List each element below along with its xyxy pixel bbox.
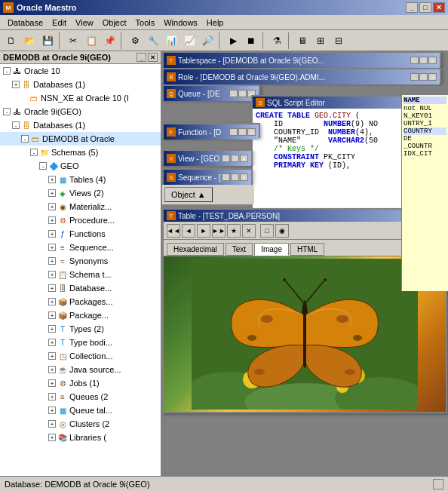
tree-node-pkgbodies[interactable]: + 📦 Package... — [0, 308, 161, 322]
nav-extra1[interactable]: □ — [260, 224, 274, 238]
tb-btn5[interactable]: 📊 — [163, 32, 180, 49]
menu-edit[interactable]: Edit — [48, 17, 71, 29]
func-min-btn[interactable]: _ — [229, 128, 238, 136]
view-max-btn[interactable]: □ — [231, 155, 239, 162]
tb-filter-btn[interactable]: ⚗ — [268, 32, 285, 49]
tree-node-typebodies[interactable]: + T Type bodi... — [0, 336, 161, 349]
expand-java[interactable]: + — [48, 366, 56, 373]
expand-materializ[interactable]: + — [48, 203, 56, 210]
tree-node-demodb[interactable]: - 🗃 DEMODB at Oracle — [0, 132, 161, 146]
tree-node-collections[interactable]: + ◳ Collection... — [0, 349, 161, 363]
expand-geo[interactable]: - — [39, 162, 47, 170]
nav-delete[interactable]: ✕ — [242, 224, 256, 238]
tree-node-packages[interactable]: + 📦 Packages... — [0, 295, 161, 308]
tree-node-oracle9[interactable]: - 🖧 Oracle 9i(GEO) — [0, 105, 161, 118]
tb-btn12[interactable]: ⊟ — [330, 32, 347, 49]
tree-node-views[interactable]: + ◈ Views (2) — [0, 186, 161, 200]
panel-minimize[interactable]: _ — [137, 53, 146, 62]
tree-node-db2[interactable]: - 🗄 Databases (1) — [0, 118, 161, 132]
tree-node-nsn[interactable]: 🗃 NSN_XE at Oracle 10 (I — [0, 91, 161, 105]
nav-star[interactable]: ★ — [227, 224, 241, 238]
expand-db2[interactable]: - — [12, 121, 20, 129]
tree-node-sequences[interactable]: + ≡ Sequence... — [0, 241, 161, 254]
panel-close[interactable]: ✕ — [148, 53, 158, 62]
tb-btn9[interactable]: ⏹ — [243, 32, 259, 49]
tb-cut-btn[interactable]: ✂ — [65, 32, 81, 49]
expand-demodb[interactable]: - — [21, 135, 29, 143]
tree-node-procedures[interactable]: + ⚙ Procedure... — [0, 213, 161, 227]
expand-qtables[interactable]: + — [48, 407, 56, 414]
seq-close-btn[interactable]: ✕ — [240, 173, 248, 181]
minimize-button[interactable]: _ — [406, 2, 418, 13]
tree-node-clusters[interactable]: + ◎ Clusters (2 — [0, 417, 161, 431]
expand-db1[interactable]: + — [12, 81, 20, 88]
nav-last[interactable]: ►► — [212, 224, 226, 238]
tree-node-synonyms[interactable]: + ≈ Synonyms — [0, 254, 161, 268]
tb-copy-btn[interactable]: 📋 — [83, 32, 100, 49]
expand-oracle10[interactable]: - — [3, 67, 11, 75]
expand-procedures[interactable]: + — [48, 216, 56, 224]
tree-node-tables[interactable]: + ▦ Tables (4) — [0, 173, 161, 186]
nav-first[interactable]: ◄◄ — [167, 224, 180, 238]
tree-node-geo[interactable]: - 🔷 GEO — [0, 159, 161, 173]
nav-next[interactable]: ► — [197, 224, 210, 238]
view-min-btn[interactable]: _ — [222, 155, 230, 162]
nav-extra2[interactable]: ◉ — [275, 224, 289, 238]
ts-min-btn[interactable]: _ — [410, 57, 419, 64]
expand-types[interactable]: + — [48, 325, 56, 333]
menu-tools[interactable]: Tools — [131, 17, 160, 29]
expand-database[interactable]: + — [48, 284, 56, 292]
tab-image[interactable]: Image — [254, 243, 289, 256]
func-close-btn[interactable]: ✕ — [247, 128, 256, 136]
tree-node-materializ[interactable]: + ◉ Materializ... — [0, 200, 161, 213]
queue-min-btn[interactable]: _ — [229, 90, 238, 97]
tab-html[interactable]: HTML — [290, 243, 324, 256]
expand-schemat[interactable]: + — [48, 271, 56, 278]
tree-node-schemas[interactable]: - 📁 Schemas (5) — [0, 146, 161, 159]
tree-node-oracle10[interactable]: - 🖧 Oracle 10 — [0, 64, 161, 78]
expand-synonyms[interactable]: + — [48, 257, 56, 265]
role-min-btn[interactable]: _ — [410, 73, 419, 81]
seq-max-btn[interactable]: □ — [231, 173, 239, 181]
expand-queues[interactable]: + — [48, 393, 56, 400]
expand-packages[interactable]: + — [48, 298, 56, 305]
menu-view[interactable]: View — [71, 17, 98, 29]
tb-btn7[interactable]: 🔎 — [199, 32, 216, 49]
expand-oracle9[interactable]: - — [3, 108, 11, 115]
menu-database[interactable]: Database — [3, 17, 48, 29]
ts-close-btn[interactable]: ✕ — [428, 57, 437, 64]
nav-prev[interactable]: ◄ — [182, 224, 195, 238]
expand-pkgbodies[interactable]: + — [48, 311, 56, 319]
expand-libraries[interactable]: + — [48, 434, 56, 441]
tb-btn4[interactable]: 🔧 — [145, 32, 161, 49]
view-close-btn[interactable]: ✕ — [240, 155, 248, 162]
tab-hexadecimal[interactable]: Hexadecimal — [167, 243, 224, 256]
queue-max-btn[interactable]: □ — [238, 90, 247, 97]
tree-node-functions[interactable]: + ƒ Functions — [0, 227, 161, 241]
maximize-button[interactable]: □ — [419, 2, 431, 13]
expand-jobs[interactable]: + — [48, 379, 56, 387]
ts-max-btn[interactable]: □ — [419, 57, 428, 64]
tb-new-btn[interactable]: 🗋 — [3, 32, 20, 49]
tb-open-btn[interactable]: 📂 — [21, 32, 38, 49]
tree-node-db1[interactable]: + 🗄 Databases (1) — [0, 78, 161, 91]
menu-object[interactable]: Object — [98, 17, 131, 29]
tree-node-java[interactable]: + ☕ Java source... — [0, 363, 161, 376]
close-button[interactable]: ✕ — [433, 2, 445, 13]
tree-node-libraries[interactable]: + 📚 Libraries ( — [0, 431, 161, 444]
expand-views[interactable]: + — [48, 189, 56, 197]
menu-windows[interactable]: Windows — [159, 17, 202, 29]
tb-btn3[interactable]: ⚙ — [127, 32, 143, 49]
tree-node-jobs[interactable]: + ⚙ Jobs (1) — [0, 376, 161, 390]
tree-node-qtables[interactable]: + ▦ Queue tal... — [0, 404, 161, 417]
menu-help[interactable]: Help — [202, 17, 229, 29]
expand-typebodies[interactable]: + — [48, 339, 56, 346]
expand-sequences[interactable]: + — [48, 244, 56, 251]
tb-btn11[interactable]: ⊞ — [312, 32, 329, 49]
tb-save-btn[interactable]: 💾 — [39, 32, 56, 49]
role-max-btn[interactable]: □ — [419, 73, 428, 81]
tab-text[interactable]: Text — [226, 243, 253, 256]
func-max-btn[interactable]: □ — [238, 128, 247, 136]
tb-paste-btn[interactable]: 📌 — [101, 32, 118, 49]
expand-schemas[interactable]: - — [30, 149, 38, 156]
